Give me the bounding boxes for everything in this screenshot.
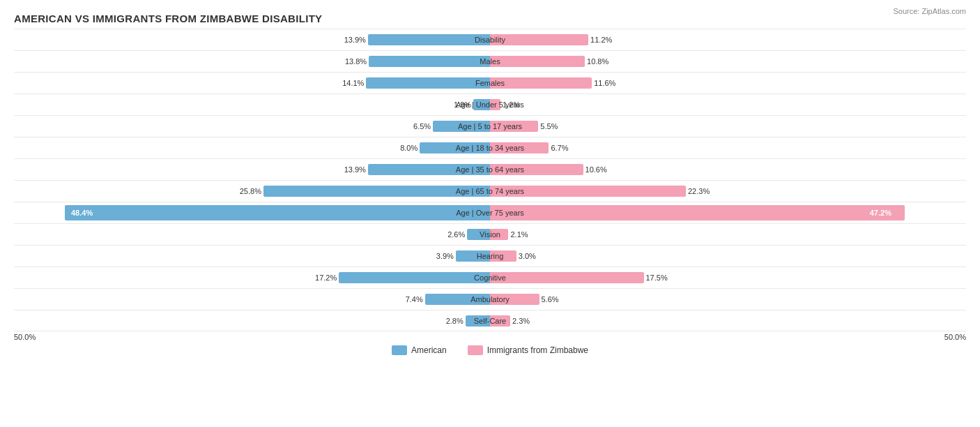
val-zimbabwe: 47.2% <box>870 209 891 217</box>
chart-title: AMERICAN VS IMMIGRANTS FROM ZIMBABWE DIS… <box>14 13 966 24</box>
val-american: 13.8% <box>345 57 367 66</box>
val-american: 13.9% <box>344 165 366 174</box>
chart-area: Disability13.9%11.2%Males13.8%10.8%Femal… <box>14 29 966 331</box>
val-zimbabwe: 10.8% <box>587 57 608 66</box>
val-zimbabwe: 11.6% <box>594 79 615 87</box>
legend-zimbabwe-box <box>468 345 483 355</box>
chart-row: Females14.1%11.6% <box>14 72 966 93</box>
val-american: 2.6% <box>447 230 465 239</box>
row-label: Cognitive <box>474 273 506 283</box>
bar-american <box>368 34 490 45</box>
chart-row: Disability13.9%11.2% <box>14 29 966 50</box>
axis-labels: 50.0% 50.0% <box>14 331 966 343</box>
chart-row: Self-Care2.8%2.3% <box>14 310 966 331</box>
chart-row: Age | Over 75 years48.4%47.2% <box>14 202 966 223</box>
row-label: Age | 5 to 17 years <box>458 121 522 131</box>
bar-zimbabwe <box>490 77 592 89</box>
chart-row: Age | 65 to 74 years25.8%22.3% <box>14 180 966 202</box>
row-label: Age | 65 to 74 years <box>456 186 524 196</box>
val-zimbabwe: 2.1% <box>510 230 528 239</box>
val-american: 3.9% <box>436 252 454 260</box>
row-label: Age | 35 to 64 years <box>456 165 524 174</box>
val-american: 2.8% <box>446 317 464 325</box>
axis-left: 50.0% <box>14 333 36 341</box>
val-american: 8.0% <box>400 144 418 152</box>
val-american: 48.4% <box>71 209 93 217</box>
row-label: Vision <box>480 230 500 239</box>
row-label: Hearing <box>477 251 504 261</box>
legend-zimbabwe-label: Immigrants from Zimbabwe <box>487 345 588 355</box>
legend-zimbabwe: Immigrants from Zimbabwe <box>468 345 588 355</box>
bar-zimbabwe <box>490 205 905 220</box>
row-label: Self-Care <box>474 316 506 326</box>
val-zimbabwe: 17.5% <box>646 274 668 282</box>
val-zimbabwe: 5.6% <box>542 295 559 304</box>
row-label: Age | 18 to 34 years <box>456 143 524 153</box>
val-zimbabwe: 3.0% <box>519 252 536 260</box>
bar-american <box>369 56 490 67</box>
val-american: 14.1% <box>342 79 364 87</box>
bar-american <box>65 205 490 220</box>
source-label: Source: ZipAtlas.com <box>893 7 966 15</box>
bar-zimbabwe <box>490 56 585 67</box>
chart-row: Ambulatory7.4%5.6% <box>14 288 966 310</box>
val-american: 7.4% <box>406 295 423 304</box>
legend-american-box <box>392 345 407 355</box>
legend-american: American <box>392 345 447 355</box>
val-zimbabwe: 2.3% <box>512 317 530 325</box>
val-american: 13.9% <box>344 36 366 44</box>
legend: American Immigrants from Zimbabwe <box>14 345 966 355</box>
val-american: 17.2% <box>315 274 337 282</box>
chart-row: Age | Under 5 years1.9%1.2% <box>14 93 966 115</box>
chart-row: Age | 5 to 17 years6.5%5.5% <box>14 115 966 137</box>
row-label: Age | Under 5 years <box>456 100 524 110</box>
chart-row: Age | 18 to 34 years8.0%6.7% <box>14 137 966 158</box>
val-zimbabwe: 11.2% <box>590 36 612 44</box>
val-zimbabwe: 6.7% <box>551 144 568 152</box>
row-label: Females <box>475 78 505 88</box>
chart-row: Vision2.6%2.1% <box>14 223 966 245</box>
chart-row: Cognitive17.2%17.5% <box>14 267 966 288</box>
val-zimbabwe: 5.5% <box>540 122 558 130</box>
chart-row: Males13.8%10.8% <box>14 50 966 72</box>
val-american: 25.8% <box>240 187 261 195</box>
row-label: Disability <box>475 35 505 45</box>
axis-right: 50.0% <box>944 333 966 341</box>
val-american: 6.5% <box>413 122 431 130</box>
row-label: Age | Over 75 years <box>456 208 524 218</box>
row-label: Ambulatory <box>470 294 510 304</box>
chart-row: Hearing3.9%3.0% <box>14 245 966 267</box>
val-zimbabwe: 22.3% <box>688 187 710 195</box>
bar-american <box>339 272 490 283</box>
chart-row: Age | 35 to 64 years13.9%10.6% <box>14 158 966 180</box>
bar-zimbabwe <box>490 272 644 283</box>
bar-american <box>366 77 490 89</box>
row-label: Males <box>480 57 500 66</box>
val-zimbabwe: 10.6% <box>585 165 607 174</box>
chart-container: AMERICAN VS IMMIGRANTS FROM ZIMBABWE DIS… <box>0 0 980 427</box>
legend-american-label: American <box>411 345 447 355</box>
